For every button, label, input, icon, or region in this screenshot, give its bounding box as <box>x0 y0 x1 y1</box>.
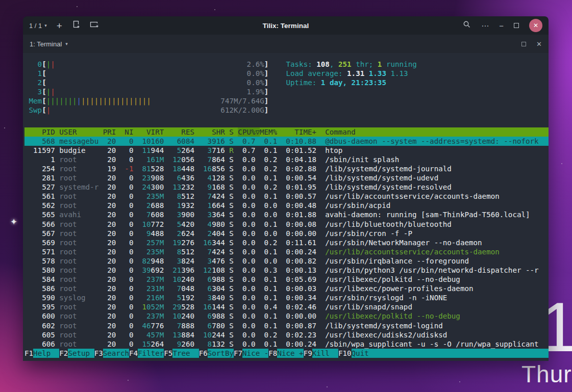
session-selector[interactable]: 1 / 1 ▾ <box>29 22 47 30</box>
cpu-meter-2: 2[0.0%] <box>29 78 269 87</box>
sparkle-dot <box>77 6 78 7</box>
sparkle-dot <box>214 9 215 10</box>
fkey-f2[interactable]: F2Setup <box>59 349 94 358</box>
process-row-602[interactable]: 602root2004677678886780S0.0 0.10:00.87/l… <box>24 321 549 330</box>
process-row-527[interactable]: 527systemd-r20024300132329168S0.0 0.20:0… <box>24 182 549 192</box>
process-row-567[interactable]: 567root200948826242404S0.0 0.00:00.00/us… <box>24 229 549 238</box>
tilix-window: 1 / 1 ▾ + Tilix: Terminal <box>23 16 549 361</box>
load-average-line: Load average: 1.31 1.33 1.13 <box>286 69 416 78</box>
process-row-586[interactable]: 586root200231M70486304S0.0 0.10:00.03/us… <box>24 284 549 293</box>
search-icon[interactable] <box>463 20 471 31</box>
cpu-memory-meters: 0[||2.6%]1[0.0%]2[0.0%]3[||1.9%]Mem[||||… <box>29 60 269 115</box>
tabbar: 1: Terminal ▾ ✕ <box>23 35 549 53</box>
fkey-f7[interactable]: F7Nice - <box>234 349 268 358</box>
split-terminal-right-icon[interactable] <box>72 20 80 31</box>
maximize-terminal-icon[interactable] <box>521 42 526 46</box>
minimize-button[interactable]: − <box>499 22 504 30</box>
maximize-button[interactable] <box>514 23 519 28</box>
sparkle-dot <box>128 380 129 381</box>
fkey-f1[interactable]: F1Help <box>24 349 59 358</box>
chevron-down-icon: ▾ <box>65 41 68 46</box>
close-button[interactable]: ✕ <box>529 19 542 32</box>
mem-meter: Mem[||||||||||||||||||||||||747M/7.64G] <box>29 96 269 106</box>
function-key-bar: F1HelpF2SetupF3SearchF4FilterF5TreeF6Sor… <box>24 349 549 358</box>
cpu-meter-0: 0[||2.6%] <box>29 60 269 69</box>
process-row-571[interactable]: 571root200235M85127424S0.0 0.10:00.24/us… <box>24 247 549 256</box>
swp-meter: Swp[|612K/2.00G] <box>29 106 269 115</box>
desktop-background: ✦ 1 Thurs 1 / 1 ▾ + <box>0 0 572 392</box>
menu-dots-icon[interactable]: ⋯ <box>481 22 489 30</box>
desktop-clock-day: Thurs <box>521 360 572 388</box>
sparkle-star: ✦ <box>10 217 17 227</box>
process-row-562[interactable]: 562root200268819321664S0.0 0.00:00.48/us… <box>24 201 549 210</box>
fkey-f10[interactable]: F10Quit <box>338 349 549 358</box>
sparkle-dot <box>4 127 5 128</box>
cpu-meter-1: 1[0.0%] <box>29 69 269 78</box>
htop-terminal[interactable]: 0[||2.6%]1[0.0%]2[0.0%]3[||1.9%]Mem[||||… <box>23 53 549 361</box>
fkey-f6[interactable]: F6SortBy <box>199 349 234 358</box>
process-row-568[interactable]: 568messagebu2001016060843916S0.7 0.10:10… <box>24 137 549 146</box>
cpu-meter-3: 3[||1.9%] <box>29 87 269 96</box>
new-session-button[interactable]: + <box>57 21 62 31</box>
process-row-600[interactable]: 600root200237M102406988S0.0 0.10:00.00/u… <box>24 311 549 321</box>
fkey-f4[interactable]: F4Filter <box>129 349 164 358</box>
fkey-f5[interactable]: F5Tree <box>164 349 198 358</box>
chevron-down-icon: ▾ <box>44 23 47 28</box>
titlebar: 1 / 1 ▾ + Tilix: Terminal <box>23 16 549 35</box>
process-row-584[interactable]: 584root200237M102406988S0.0 0.10:05.69/u… <box>24 275 549 284</box>
fkey-f9[interactable]: F9Kill <box>304 349 338 358</box>
close-terminal-icon[interactable]: ✕ <box>536 41 542 47</box>
process-row-595[interactable]: 595root2001052M2952816144S0.0 0.40:02.46… <box>24 302 549 311</box>
process-row-281[interactable]: 281root2002390864364128S0.0 0.10:00.54/l… <box>24 173 549 182</box>
sparkle-dot <box>327 386 328 387</box>
process-row-569[interactable]: 569root200257M1927616344S0.0 0.20:11.61/… <box>24 238 549 247</box>
sparkle-dot <box>459 381 460 382</box>
process-row-11597[interactable]: 11597budgie2001194452643716R0.7 0.10:01.… <box>24 146 549 155</box>
process-row-580[interactable]: 580root200396922139612108S0.0 0.30:00.13… <box>24 266 549 275</box>
session-indicator: 1 / 1 <box>29 22 42 30</box>
process-row-561[interactable]: 561root200235M85127424S0.0 0.10:00.57/us… <box>24 192 549 201</box>
tab-label: 1: Terminal <box>30 40 62 48</box>
fkey-f8[interactable]: F8Nice + <box>268 349 303 358</box>
fkey-f3[interactable]: F3Search <box>94 349 129 358</box>
process-table-header[interactable]: PIDUSERPRINIVIRTRESSHRSCPU%▽MEM%TIME+Com… <box>24 127 549 137</box>
process-row-566[interactable]: 566root2001077254204980S0.0 0.10:00.08/u… <box>24 220 549 229</box>
process-row-606[interactable]: 606root2001526492608132S0.0 0.10:00.24/s… <box>24 339 549 349</box>
process-row-605[interactable]: 605root200457M1388410244S0.0 0.20:02.23/… <box>24 330 549 339</box>
htop-header: 0[||2.6%]1[0.0%]2[0.0%]3[||1.9%]Mem[||||… <box>24 60 549 115</box>
process-row-578[interactable]: 578root2008294838243476S0.0 0.00:00.82/u… <box>24 256 549 266</box>
window-title: Tilix: Terminal <box>263 22 309 30</box>
system-info: Tasks: 108, 251 thr; 1 running Load aver… <box>286 60 416 115</box>
process-row-254[interactable]: 254root19-1815281844816856S0.0 0.20:02.8… <box>24 164 549 173</box>
process-row-590[interactable]: 590syslog200216M51923840S0.0 0.10:00.34/… <box>24 293 549 302</box>
uptime-line: Uptime: 1 day, 21:23:35 <box>286 78 416 87</box>
sparkle-dot <box>561 163 562 164</box>
split-terminal-down-icon[interactable] <box>90 20 99 31</box>
tab-terminal[interactable]: 1: Terminal ▾ <box>30 40 68 48</box>
process-table: 568messagebu2001016060843916S0.7 0.10:10… <box>24 137 549 349</box>
process-row-1[interactable]: 1root200161M120567864S0.0 0.20:04.18/sbi… <box>24 155 549 164</box>
tasks-line: Tasks: 108, 251 thr; 1 running <box>286 60 416 69</box>
process-row-565[interactable]: 565avahi200760839003364S0.0 0.00:01.88av… <box>24 210 549 219</box>
